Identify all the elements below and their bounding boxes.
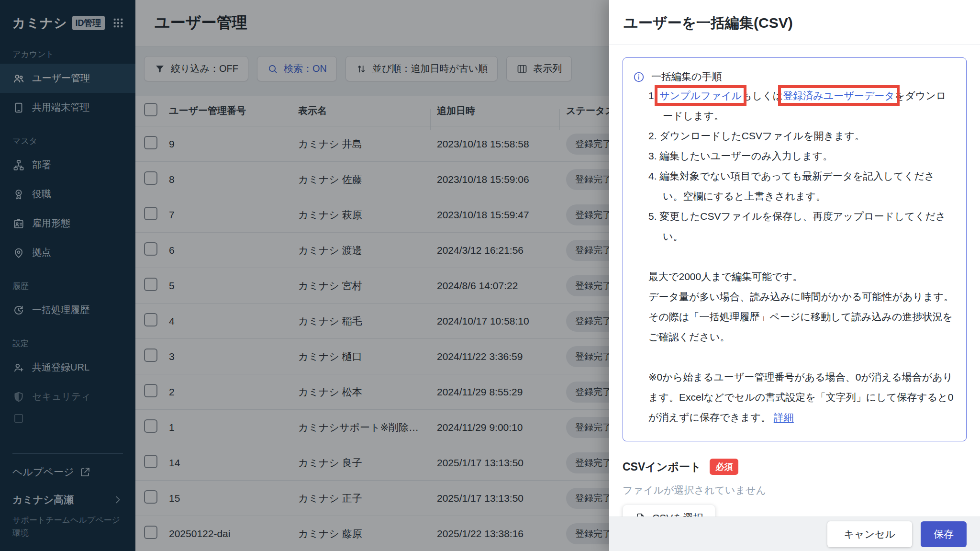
capacity-paragraph: 最大で2000人まで編集可能です。データ量が多い場合、読み込みに時間がかかる可能… [648,267,954,347]
zero-padding-note: ※0から始まるユーザー管理番号がある場合、0が消える場合があります。Excelな… [648,367,954,427]
csv-import-section: CSVインポート 必須 ファイルが選択されていません CSVを選択 [623,459,967,517]
sample-file-link[interactable]: サンプルファイル [659,90,742,101]
step: 3. 編集したいユーザーのみ入力します。 [648,146,954,166]
csv-import-label: CSVインポート [623,460,701,474]
panel-body: 一括編集の手順 1. サンプルファイルもしくは登録済みユーザーデータをダウンロー… [609,45,980,517]
panel-title: ユーザーを一括編集(CSV) [609,0,980,45]
file-upload-icon [635,512,646,517]
registered-user-data-link[interactable]: 登録済みユーザーデータ [783,90,894,101]
select-csv-button[interactable]: CSVを選択 [623,505,715,517]
no-file-selected-text: ファイルが選択されていません [623,484,967,497]
step: 5. 変更したCSVファイルを保存し、再度アップロードしてください。 [648,206,954,247]
instructions-heading: 一括編集の手順 [651,68,722,85]
save-button[interactable]: 保存 [921,521,967,547]
panel-footer: キャンセル 保存 [609,517,980,551]
cancel-button[interactable]: キャンセル [827,521,912,547]
required-badge: 必須 [710,459,738,475]
step: 4. 編集対象でない項目であっても最新データを記入してください。空欄にすると上書… [648,166,954,206]
info-icon [633,71,645,83]
instructions-box: 一括編集の手順 1. サンプルファイルもしくは登録済みユーザーデータをダウンロー… [623,57,967,441]
step-1: 1. サンプルファイルもしくは登録済みユーザーデータをダウンロードします。 [648,86,954,126]
step: 2. ダウンロードしたCSVファイルを開きます。 [648,126,954,146]
modal-dim-overlay[interactable] [0,0,609,551]
instruction-steps: 1. サンプルファイルもしくは登録済みユーザーデータをダウンロードします。 2.… [648,86,954,247]
bulk-edit-csv-panel: ユーザーを一括編集(CSV) 一括編集の手順 1. サンプルファイルもしくは登録… [609,0,980,551]
details-link[interactable]: 詳細 [774,412,794,423]
